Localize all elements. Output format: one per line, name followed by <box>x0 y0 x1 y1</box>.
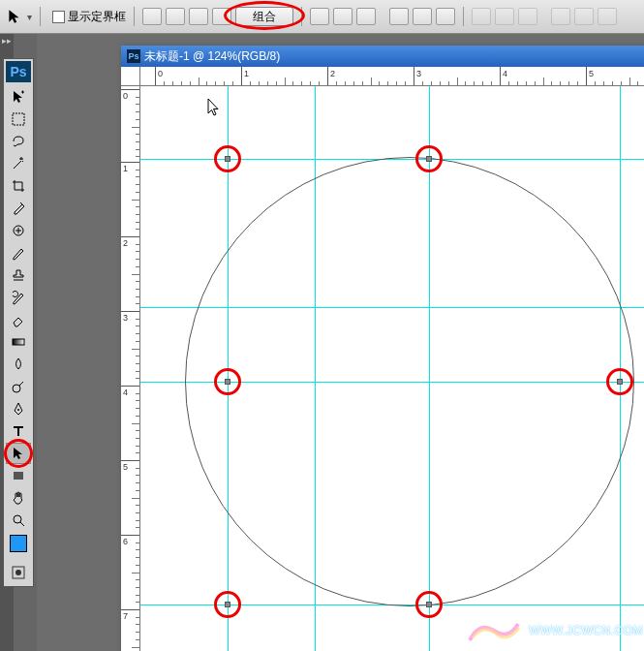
distribute-3[interactable] <box>518 8 537 25</box>
distribute-5[interactable] <box>574 8 594 25</box>
path-options-bar: ▾ 显示定界框 组合 <box>0 0 644 34</box>
path-op-3[interactable] <box>189 8 208 25</box>
align-4[interactable] <box>389 8 409 25</box>
combine-button-label: 组合 <box>253 10 276 23</box>
checkbox-icon <box>52 11 65 23</box>
path-op-1[interactable] <box>142 8 162 25</box>
distribute-2[interactable] <box>495 8 514 25</box>
combine-button[interactable]: 组合 <box>235 7 293 26</box>
path-select-indicator <box>6 8 23 25</box>
align-2[interactable] <box>333 8 353 25</box>
align-5[interactable] <box>413 8 432 25</box>
align-6[interactable] <box>436 8 455 25</box>
show-bounds-checkbox[interactable]: 显示定界框 <box>52 9 126 25</box>
path-op-4[interactable] <box>212 8 231 25</box>
distribute-4[interactable] <box>551 8 570 25</box>
distribute-1[interactable] <box>472 8 491 25</box>
align-1[interactable] <box>310 8 329 25</box>
path-op-2[interactable] <box>166 8 185 25</box>
show-bounds-label: 显示定界框 <box>68 9 126 25</box>
distribute-6[interactable] <box>598 8 617 25</box>
dropdown-arrow-icon[interactable]: ▾ <box>27 12 32 22</box>
align-3[interactable] <box>356 8 376 25</box>
